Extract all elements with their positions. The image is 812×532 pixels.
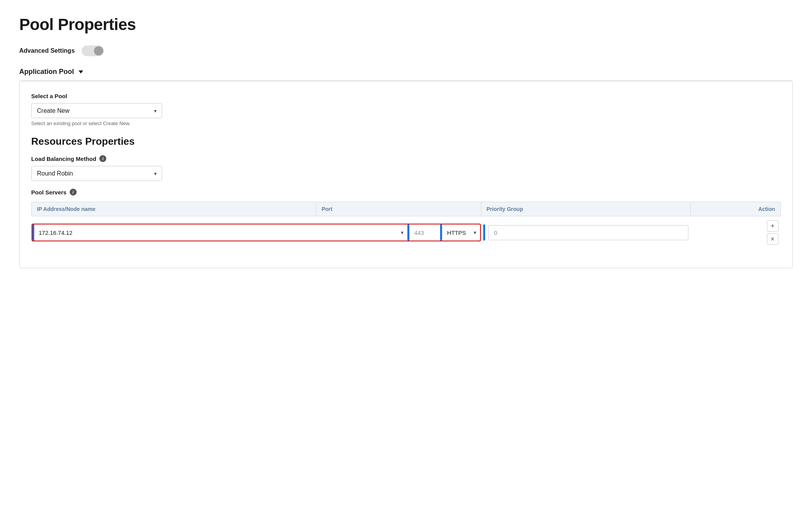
- select-pool-dropdown[interactable]: Create New Existing Pool 1 Existing Pool…: [31, 103, 162, 118]
- protocol-dropdown[interactable]: HTTPS HTTP TCP: [442, 226, 480, 240]
- header-port: Port: [316, 202, 481, 216]
- application-pool-title: Application Pool: [19, 68, 74, 76]
- protocol-select-wrapper: HTTPS HTTP TCP ▾: [442, 226, 480, 240]
- priority-input[interactable]: [488, 225, 688, 240]
- load-balancing-info-icon: i: [99, 155, 106, 162]
- application-pool-header: Application Pool: [19, 68, 793, 81]
- action-buttons: + ×: [693, 220, 779, 245]
- priority-cell: [481, 216, 691, 249]
- application-pool-chevron-icon[interactable]: [79, 70, 83, 74]
- advanced-settings-toggle[interactable]: [82, 45, 104, 56]
- pool-servers-group: Pool Servers i IP Address/Node name Port…: [31, 189, 781, 249]
- priority-blue-bar: [483, 224, 485, 241]
- load-balancing-group: Load Balancing Method i Round Robin Leas…: [31, 155, 781, 181]
- advanced-settings-row: Advanced Settings: [19, 45, 793, 56]
- header-action: Action: [691, 202, 781, 216]
- action-cell: + ×: [691, 216, 781, 249]
- select-pool-hint: Select an existing pool or select Create…: [31, 120, 781, 126]
- toggle-knob: [94, 46, 103, 55]
- ip-address-dropdown[interactable]: 172.16.74.12: [34, 226, 408, 240]
- header-priority: Priority Group: [481, 202, 691, 216]
- load-balancing-dropdown[interactable]: Round Robin Least Connections IP Hash: [31, 166, 162, 181]
- load-balancing-label: Load Balancing Method i: [31, 155, 781, 162]
- advanced-settings-label: Advanced Settings: [19, 47, 75, 54]
- priority-cell-inner: [483, 224, 688, 241]
- application-pool-card: Select a Pool Create New Existing Pool 1…: [19, 81, 793, 268]
- select-pool-label: Select a Pool: [31, 93, 781, 99]
- table-row: 172.16.74.12 ▾ HTTPS HTTP: [32, 216, 781, 249]
- page-title: Pool Properties: [19, 15, 793, 34]
- pool-servers-info-icon: i: [70, 189, 77, 196]
- remove-server-button[interactable]: ×: [767, 233, 779, 245]
- table-header-row: IP Address/Node name Port Priority Group…: [32, 202, 781, 216]
- load-balancing-wrapper: Round Robin Least Connections IP Hash ▾: [31, 166, 162, 181]
- pool-servers-table: IP Address/Node name Port Priority Group…: [31, 202, 781, 249]
- resources-properties-title: Resources Properties: [31, 136, 781, 147]
- application-pool-section-header: Application Pool: [19, 68, 793, 81]
- server-input-row: 172.16.74.12 ▾ HTTPS HTTP: [32, 224, 481, 241]
- ip-select-wrapper: 172.16.74.12 ▾: [34, 226, 408, 240]
- port-input[interactable]: [409, 226, 440, 240]
- add-server-button[interactable]: +: [767, 220, 779, 232]
- pool-servers-label: Pool Servers i: [31, 189, 781, 196]
- header-ip: IP Address/Node name: [32, 202, 316, 216]
- select-pool-wrapper: Create New Existing Pool 1 Existing Pool…: [31, 103, 162, 118]
- select-pool-group: Select a Pool Create New Existing Pool 1…: [31, 93, 781, 126]
- server-ip-port-cell: 172.16.74.12 ▾ HTTPS HTTP: [32, 216, 481, 249]
